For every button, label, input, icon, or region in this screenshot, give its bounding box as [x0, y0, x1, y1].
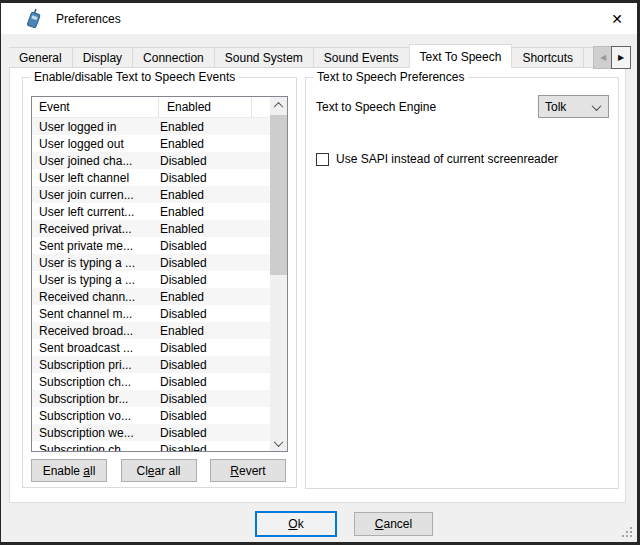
tts-engine-select[interactable]: Tolk: [538, 95, 609, 118]
list-header: Event Enabled: [32, 97, 270, 118]
tab-item[interactable]: Connection: [132, 47, 215, 68]
table-row[interactable]: Sent private me... Disabled: [32, 237, 270, 254]
event-cell: User is typing a ...: [32, 256, 160, 270]
enable-all-button[interactable]: Enable all: [31, 459, 107, 482]
sapi-checkbox[interactable]: [316, 153, 329, 166]
resize-grip[interactable]: [622, 527, 634, 539]
tab-item[interactable]: Sound System: [214, 47, 314, 68]
tab-scroll-left-icon[interactable]: ◀: [593, 46, 613, 69]
table-row[interactable]: Sent broadcast ... Disabled: [32, 339, 270, 356]
group-title: Text to Speech Preferences: [313, 70, 468, 84]
list-rows: User logged in Enabled User logged out E…: [32, 118, 270, 451]
button-label: Ok: [288, 517, 303, 531]
enabled-cell: Enabled: [160, 324, 270, 338]
tab-item[interactable]: Display: [72, 47, 133, 68]
title-bar: Preferences ✕: [1, 3, 637, 34]
event-cell: Subscription pri...: [32, 358, 160, 372]
event-cell: Received chann...: [32, 290, 160, 304]
enabled-cell: Enabled: [160, 222, 270, 236]
enabled-cell: Enabled: [160, 205, 270, 219]
tab-item[interactable]: Sound Events: [313, 47, 410, 68]
table-row[interactable]: Received broad... Enabled: [32, 322, 270, 339]
event-cell: Subscription ch...: [32, 443, 160, 452]
table-row[interactable]: Sent channel m... Disabled: [32, 305, 270, 322]
event-cell: Sent private me...: [32, 239, 160, 253]
enabled-cell: Disabled: [160, 239, 270, 253]
table-row[interactable]: User logged out Enabled: [32, 135, 270, 152]
table-row[interactable]: Subscription we... Disabled: [32, 424, 270, 441]
table-row[interactable]: Subscription vo... Disabled: [32, 407, 270, 424]
table-row[interactable]: User logged in Enabled: [32, 118, 270, 135]
preferences-dialog: Preferences ✕ GeneralDisplayConnectionSo…: [1, 3, 637, 542]
enabled-cell: Disabled: [160, 154, 270, 168]
table-row[interactable]: User is typing a ... Disabled: [32, 271, 270, 288]
table-row[interactable]: User joined cha... Disabled: [32, 152, 270, 169]
group-tts-preferences: Text to Speech Preferences Text to Speec…: [305, 77, 619, 489]
column-header-event[interactable]: Event: [32, 97, 159, 118]
group-title: Enable/disable Text to Speech Events: [30, 70, 239, 84]
table-row[interactable]: Received chann... Enabled: [32, 288, 270, 305]
button-label: Enable all: [43, 464, 96, 478]
ok-button[interactable]: Ok: [255, 511, 337, 537]
event-cell: User logged in: [32, 120, 160, 134]
enabled-cell: Enabled: [160, 137, 270, 151]
button-label: Cancel: [375, 517, 412, 531]
engine-label: Text to Speech Engine: [316, 100, 436, 114]
event-cell: User joined cha...: [32, 154, 160, 168]
group-tts-events: Enable/disable Text to Speech Events Eve…: [22, 77, 297, 488]
scroll-down-icon[interactable]: [270, 435, 287, 451]
event-cell: Received privat...: [32, 222, 160, 236]
tab-strip: GeneralDisplayConnectionSound SystemSoun…: [9, 44, 626, 68]
chevron-down-icon: [592, 101, 602, 111]
list-button-row: Enable all Clear all Revert: [31, 459, 286, 482]
table-row[interactable]: Subscription br... Disabled: [32, 390, 270, 407]
event-cell: User logged out: [32, 137, 160, 151]
enabled-cell: Disabled: [160, 273, 270, 287]
tab-item[interactable]: Shortcuts: [511, 47, 584, 68]
table-row[interactable]: User join curren... Enabled: [32, 186, 270, 203]
event-cell: Subscription we...: [32, 426, 160, 440]
table-row[interactable]: User left channel Disabled: [32, 169, 270, 186]
column-header-enabled[interactable]: Enabled: [159, 97, 252, 118]
enabled-cell: Disabled: [160, 171, 270, 185]
scrollbar-thumb[interactable]: [270, 115, 287, 275]
event-cell: Sent channel m...: [32, 307, 160, 321]
revert-button[interactable]: Revert: [210, 459, 286, 482]
clear-all-button[interactable]: Clear all: [121, 459, 197, 482]
enabled-cell: Enabled: [160, 290, 270, 304]
table-row[interactable]: Received privat... Enabled: [32, 220, 270, 237]
tab-item[interactable]: General: [9, 47, 73, 68]
event-cell: Subscription ch...: [32, 375, 160, 389]
enabled-cell: Disabled: [160, 341, 270, 355]
event-cell: User left current...: [32, 205, 160, 219]
event-cell: Subscription br...: [32, 392, 160, 406]
vertical-scrollbar[interactable]: [270, 97, 287, 451]
table-row[interactable]: User is typing a ... Disabled: [32, 254, 270, 271]
tab-item[interactable]: Text To Speech: [409, 44, 513, 68]
enabled-cell: Disabled: [160, 392, 270, 406]
close-icon[interactable]: ✕: [603, 7, 631, 31]
scroll-up-icon[interactable]: [270, 97, 287, 113]
selected-engine-value: Tolk: [545, 100, 566, 114]
enabled-cell: Disabled: [160, 375, 270, 389]
table-row[interactable]: Subscription ch... Disabled: [32, 441, 270, 451]
sapi-checkbox-label: Use SAPI instead of current screenreader: [336, 152, 558, 166]
enabled-cell: Enabled: [160, 120, 270, 134]
table-row[interactable]: Subscription ch... Disabled: [32, 373, 270, 390]
enabled-cell: Disabled: [160, 426, 270, 440]
tab-scroll-right-icon[interactable]: ▶: [611, 46, 631, 69]
event-cell: User left channel: [32, 171, 160, 185]
table-row[interactable]: Subscription pri... Disabled: [32, 356, 270, 373]
tts-events-list: Event Enabled User logged in Enabled Use…: [31, 96, 288, 452]
tab-page-text-to-speech: Enable/disable Text to Speech Events Eve…: [9, 67, 626, 503]
table-row[interactable]: User left current... Enabled: [32, 203, 270, 220]
enabled-cell: Disabled: [160, 443, 270, 452]
button-label: Revert: [230, 464, 265, 478]
event-cell: User is typing a ...: [32, 273, 160, 287]
sapi-checkbox-row[interactable]: Use SAPI instead of current screenreader: [316, 152, 558, 166]
enabled-cell: Disabled: [160, 256, 270, 270]
enabled-cell: Disabled: [160, 409, 270, 423]
window-title: Preferences: [56, 12, 121, 26]
cancel-button[interactable]: Cancel: [354, 512, 433, 536]
button-label: Clear all: [136, 464, 180, 478]
